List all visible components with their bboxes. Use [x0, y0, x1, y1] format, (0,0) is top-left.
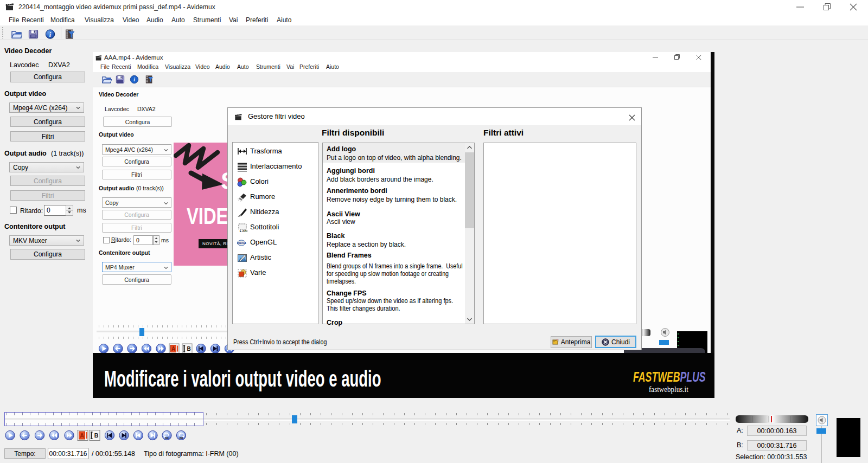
svg-text:B: B — [187, 346, 190, 352]
svg-text:OpenGL: OpenGL — [237, 242, 246, 245]
svg-text:i: i — [133, 76, 135, 82]
svg-text:60: 60 — [180, 436, 183, 440]
svg-text:60: 60 — [165, 436, 169, 440]
svg-text:►ABC: ►ABC — [239, 229, 247, 233]
svg-text:A: A — [171, 346, 175, 352]
svg-text:B: B — [94, 432, 99, 439]
svg-text:A: A — [80, 433, 84, 439]
